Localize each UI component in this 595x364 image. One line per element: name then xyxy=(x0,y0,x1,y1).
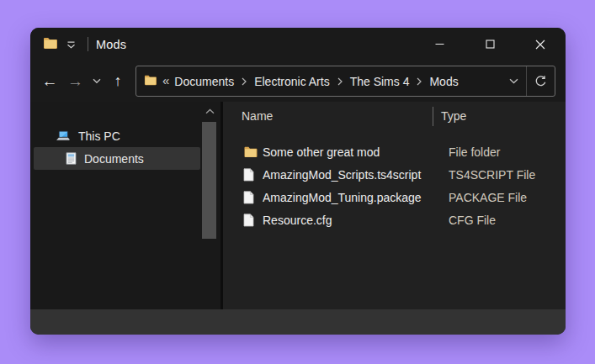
window-title: Mods xyxy=(96,38,126,51)
file-name: AmazingMod_Tuning.package xyxy=(263,191,449,204)
address-bar[interactable]: « Documents Electronic Arts The Sims 4 M… xyxy=(135,66,555,97)
forward-button[interactable]: → xyxy=(64,67,87,96)
file-name: AmazingMod_Scripts.ts4script xyxy=(263,168,449,182)
file-name: Resource.cfg xyxy=(263,214,449,227)
file-type: File folder xyxy=(449,145,500,159)
breadcrumb-item-electronic-arts[interactable]: Electronic Arts xyxy=(252,75,332,88)
column-headers: Name Type xyxy=(223,102,566,130)
status-bar xyxy=(30,309,566,335)
file-explorer-window: Mods ← → ↑ xyxy=(30,28,566,335)
file-icon xyxy=(243,168,263,182)
close-button[interactable] xyxy=(515,28,566,61)
address-dropdown-button[interactable] xyxy=(501,66,526,96)
title-bar: Mods xyxy=(30,28,566,61)
breadcrumb-overflow-icon[interactable]: « xyxy=(162,73,169,87)
file-type: CFG File xyxy=(449,214,496,227)
breadcrumb-separator-icon[interactable] xyxy=(242,77,247,86)
column-header-name[interactable]: Name xyxy=(242,109,433,123)
file-type: PACKAGE File xyxy=(449,191,527,204)
column-separator[interactable] xyxy=(433,107,433,126)
document-icon xyxy=(66,152,77,165)
file-list-pane: Name Type Some other great mod File fold… xyxy=(223,102,566,309)
file-row[interactable]: Some other great mod File folder xyxy=(223,140,566,163)
up-arrow-icon: ↑ xyxy=(114,72,122,90)
column-header-type[interactable]: Type xyxy=(441,109,466,123)
sidebar-scrollbar[interactable] xyxy=(200,102,219,309)
sidebar-item-this-pc[interactable]: This PC xyxy=(34,124,200,147)
file-icon xyxy=(243,191,263,204)
scrollbar-thumb[interactable] xyxy=(202,122,216,239)
folder-icon xyxy=(243,145,263,158)
maximize-icon xyxy=(486,40,495,49)
minimize-icon xyxy=(435,40,444,49)
chevron-up-icon xyxy=(205,108,215,114)
file-row[interactable]: AmazingMod_Scripts.ts4script TS4SCRIPT F… xyxy=(223,163,566,186)
close-icon xyxy=(535,40,545,50)
file-type: TS4SCRIPT File xyxy=(449,168,535,182)
breadcrumb-separator-icon[interactable] xyxy=(337,77,343,86)
file-row[interactable]: AmazingMod_Tuning.package PACKAGE File xyxy=(223,186,566,208)
back-arrow-icon: ← xyxy=(42,72,58,91)
folder-icon xyxy=(43,36,57,53)
chevron-down-icon xyxy=(93,78,101,84)
breadcrumb-item-the-sims-4[interactable]: The Sims 4 xyxy=(348,75,412,88)
breadcrumb-separator-icon[interactable] xyxy=(417,77,422,86)
recent-locations-button[interactable] xyxy=(89,67,104,96)
refresh-button[interactable] xyxy=(527,66,555,96)
navigation-pane: This PC Documents xyxy=(30,102,220,309)
breadcrumb: Documents Electronic Arts The Sims 4 Mod… xyxy=(172,75,501,88)
breadcrumb-item-documents[interactable]: Documents xyxy=(172,75,236,88)
file-list: Some other great mod File folder Amazing… xyxy=(223,130,566,231)
maximize-button[interactable] xyxy=(465,28,515,61)
chevron-down-icon xyxy=(509,78,518,84)
minimize-button[interactable] xyxy=(414,28,465,61)
breadcrumb-item-mods[interactable]: Mods xyxy=(427,75,460,88)
navigation-toolbar: ← → ↑ « Documents Electronic Arts xyxy=(30,61,566,102)
refresh-icon xyxy=(534,75,547,87)
content-area: This PC Documents xyxy=(30,102,566,309)
quick-access-toolbar xyxy=(30,36,88,53)
sidebar-item-documents[interactable]: Documents xyxy=(34,147,200,170)
up-button[interactable]: ↑ xyxy=(106,67,130,96)
forward-arrow-icon: → xyxy=(67,72,83,91)
sidebar-item-label: This PC xyxy=(78,129,120,143)
file-name: Some other great mod xyxy=(263,145,449,159)
quick-access-dropdown-button[interactable] xyxy=(66,37,76,52)
file-row[interactable]: Resource.cfg CFG File xyxy=(223,208,566,231)
scroll-up-button[interactable] xyxy=(200,102,219,120)
window-controls xyxy=(414,28,566,61)
pc-icon xyxy=(56,129,71,142)
folder-icon xyxy=(144,74,157,89)
back-button[interactable]: ← xyxy=(35,67,64,96)
file-icon xyxy=(243,214,263,227)
titlebar-divider xyxy=(88,37,88,51)
sidebar-item-label: Documents xyxy=(84,152,144,166)
